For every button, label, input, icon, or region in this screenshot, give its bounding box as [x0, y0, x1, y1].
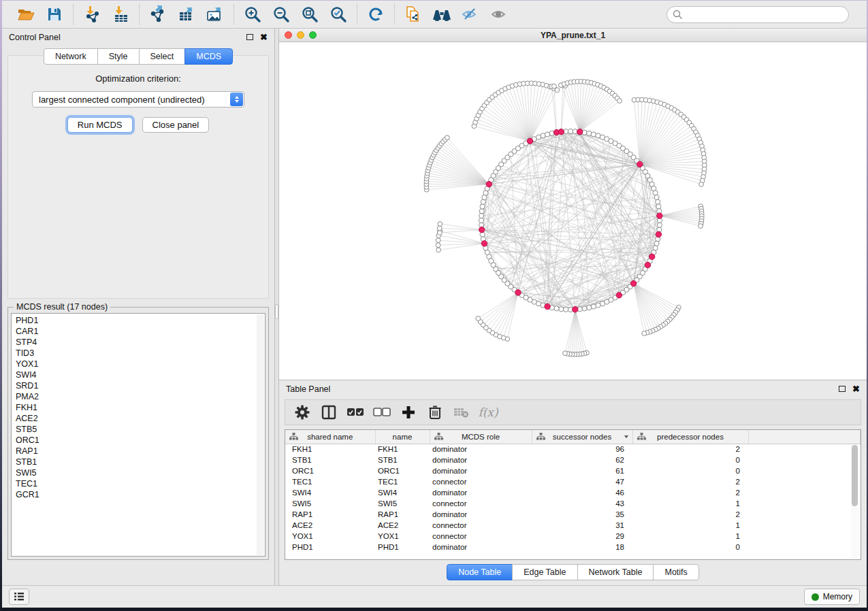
network-node[interactable]	[656, 199, 660, 204]
network-node[interactable]	[587, 306, 592, 310]
zoom-out-button[interactable]	[268, 3, 294, 25]
table-row[interactable]: ACE2ACE2connector311	[285, 520, 861, 531]
network-node[interactable]	[654, 195, 659, 199]
table-cell[interactable]: dominator	[430, 509, 532, 520]
table-cell[interactable]: FKH1	[375, 444, 430, 455]
mcds-result-item[interactable]: SWI4	[16, 369, 265, 380]
tab-node-table[interactable]: Node Table	[447, 564, 513, 580]
mcds-hub-node[interactable]	[637, 161, 643, 167]
table-cell[interactable]: connector	[430, 520, 532, 531]
float-panel-icon[interactable]	[246, 34, 253, 40]
import-network-button[interactable]	[79, 3, 105, 25]
network-node[interactable]	[479, 214, 484, 218]
open-file-button[interactable]	[13, 3, 39, 25]
network-node[interactable]	[657, 222, 662, 227]
mcds-result-list[interactable]: PHD1CAR1STP4TID3YOX1SWI4SRD1PMA2FKH1ACE2…	[11, 313, 266, 557]
table-cell[interactable]: 1	[632, 498, 748, 509]
optimization-criterion-select[interactable]: largest connected component (undirected)	[32, 91, 244, 108]
network-node[interactable]	[591, 304, 596, 309]
hide-selected-button[interactable]	[457, 3, 483, 25]
table-cell[interactable]: TEC1	[375, 476, 430, 487]
table-row[interactable]: YOX1YOX1connector291	[285, 531, 861, 542]
table-cell[interactable]: dominator	[430, 542, 532, 552]
table-cell[interactable]: 2	[632, 444, 748, 455]
column-header-shared-name[interactable]: shared name	[285, 430, 375, 444]
tab-mcds[interactable]: MCDS	[184, 48, 233, 65]
satellite-node[interactable]	[445, 135, 449, 140]
network-node[interactable]	[568, 129, 573, 133]
run-mcds-button[interactable]: Run MCDS	[67, 117, 133, 133]
zoom-fit-button[interactable]	[297, 3, 323, 25]
float-table-panel-icon[interactable]	[839, 386, 846, 392]
satellite-node[interactable]	[436, 243, 440, 248]
mcds-result-item[interactable]: STP4	[16, 337, 265, 348]
network-node[interactable]	[481, 199, 485, 204]
satellite-node[interactable]	[552, 84, 557, 88]
table-cell[interactable]: SWI5	[285, 498, 375, 509]
table-cell[interactable]: dominator	[430, 455, 532, 465]
mcds-hub-node[interactable]	[657, 213, 662, 218]
table-scrollbar-thumb[interactable]	[852, 445, 858, 506]
mcds-hub-node[interactable]	[515, 290, 521, 295]
table-cell[interactable]: STB1	[285, 455, 375, 465]
mcds-result-item[interactable]: ORC1	[16, 435, 265, 446]
mcds-hub-node[interactable]	[649, 254, 654, 259]
copy-network-button[interactable]	[400, 3, 426, 25]
network-node[interactable]	[582, 306, 587, 311]
import-table-button[interactable]	[108, 3, 133, 25]
network-node[interactable]	[656, 204, 661, 209]
table-cell[interactable]: SWI4	[285, 487, 375, 498]
table-cell[interactable]: 31	[532, 520, 632, 531]
table-cell[interactable]: 1	[632, 531, 748, 542]
vertical-splitter[interactable]	[274, 29, 279, 585]
table-cell[interactable]: RAP1	[375, 509, 430, 520]
mcds-list-scrollbar[interactable]	[257, 314, 264, 555]
tab-network-table[interactable]: Network Table	[577, 564, 654, 580]
table-cell[interactable]: 62	[532, 455, 632, 465]
satellite-node[interactable]	[438, 222, 443, 227]
network-node[interactable]	[587, 131, 592, 135]
table-row[interactable]: SWI5SWI5connector431	[285, 498, 861, 509]
table-cell[interactable]: 0	[632, 542, 748, 552]
satellite-node[interactable]	[436, 248, 441, 252]
table-cell[interactable]: 46	[532, 487, 632, 498]
mcds-result-item[interactable]: SWI5	[16, 467, 265, 478]
zoom-in-button[interactable]	[240, 3, 266, 25]
table-cell[interactable]: 2	[632, 509, 748, 520]
splitter-handle[interactable]	[275, 304, 278, 319]
export-table-button[interactable]	[174, 3, 199, 25]
table-row[interactable]: RAP1RAP1dominator352	[285, 509, 861, 520]
network-node[interactable]	[479, 218, 483, 222]
table-cell[interactable]: 1	[632, 520, 748, 531]
table-cell[interactable]: 0	[632, 465, 748, 476]
mcds-result-item[interactable]: YOX1	[16, 359, 265, 369]
tab-style[interactable]: Style	[97, 48, 140, 65]
mcds-result-item[interactable]: STB1	[16, 457, 265, 467]
mcds-result-item[interactable]: TEC1	[16, 478, 265, 489]
table-cell[interactable]: 96	[532, 444, 632, 455]
add-column-button[interactable]	[398, 402, 419, 423]
column-header-MCDS-role[interactable]: MCDS role	[430, 430, 532, 444]
mcds-hub-node[interactable]	[573, 307, 578, 312]
mcds-result-item[interactable]: ACE2	[16, 413, 265, 424]
mcds-result-item[interactable]: STB5	[16, 424, 265, 435]
memory-button[interactable]: Memory	[804, 589, 860, 605]
table-cell[interactable]: SWI5	[375, 498, 430, 509]
table-cell[interactable]: RAP1	[285, 509, 375, 520]
mcds-result-item[interactable]: GCR1	[16, 489, 265, 500]
mcds-hub-node[interactable]	[486, 182, 492, 187]
table-cell[interactable]: connector	[430, 531, 532, 542]
table-cell[interactable]: connector	[430, 476, 532, 487]
table-cell[interactable]: connector	[430, 498, 532, 509]
settings-gear-button[interactable]	[292, 402, 312, 423]
mcds-result-item[interactable]: PMA2	[16, 391, 265, 402]
column-header-name[interactable]: name	[375, 430, 430, 444]
mcds-result-item[interactable]: TID3	[16, 348, 265, 359]
table-cell[interactable]: 2	[632, 476, 748, 487]
tab-edge-table[interactable]: Edge Table	[512, 564, 577, 580]
table-row[interactable]: SWI4SWI4dominator462	[285, 487, 861, 498]
save-session-button[interactable]	[42, 3, 67, 25]
network-node[interactable]	[559, 307, 564, 312]
task-history-button[interactable]	[9, 589, 29, 605]
network-canvas[interactable]	[279, 42, 867, 380]
